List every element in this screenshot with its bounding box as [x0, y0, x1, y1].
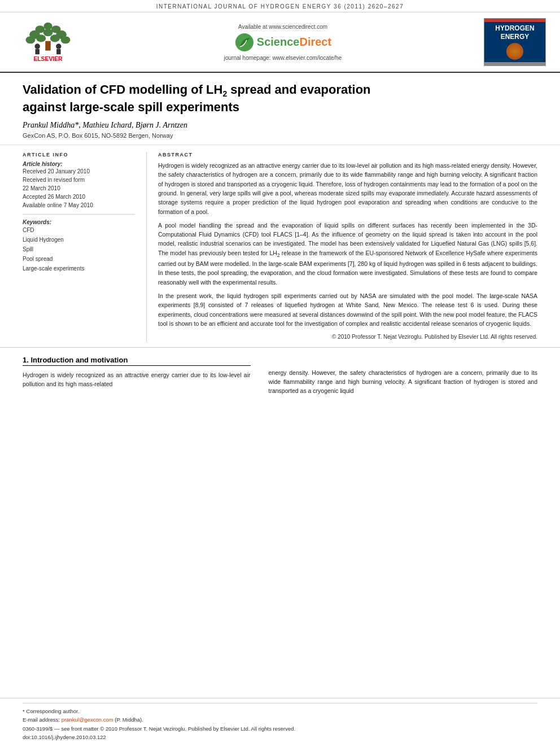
sciencedirect-area: Available at www.sciencedirect.com Scien… [90, 18, 475, 66]
svg-point-14 [56, 43, 61, 49]
corresponding-label: * Corresponding author. [23, 708, 79, 714]
article-online-value: Available online 7 May 2010 [23, 201, 135, 209]
article-left-column: Article Info Article history: Received 2… [23, 152, 147, 341]
elsevier-logo-area: ELSEVIER [11, 18, 85, 66]
journal-cover-image: INTERNATIONAL JOURNAL OF HYDROGEN ENERGY… [484, 18, 546, 66]
article-title-text-2: spread and evaporation [227, 82, 370, 97]
article-revised-label: Received in revised form [23, 176, 135, 184]
copyright-line: © 2010 Professor T. Nejat Veziroglu. Pub… [158, 333, 537, 342]
abstract-text: Hydrogen is widely recognized as an attr… [158, 161, 537, 341]
svg-rect-11 [45, 41, 50, 50]
article-affiliation: GexCon AS, P.O. Box 6015, NO-5892 Bergen… [23, 132, 537, 139]
article-authors: Prankul Middha*, Mathieu Ichard, Bjørn J… [23, 121, 537, 130]
article-title: Validation of CFD modelling of LH2 sprea… [23, 82, 537, 115]
sd-leaf-icon [234, 32, 255, 53]
email-note: E-mail address: prankul@gexcon.com (P. M… [23, 715, 537, 724]
section-1-left-text: Hydrogen is widely recognized as an attr… [23, 370, 251, 389]
article-received-value: Received 20 January 2010 [23, 167, 135, 176]
header-area: ELSEVIER Available at www.sciencedirect.… [0, 12, 560, 73]
article-revised-date: 22 March 2010 [23, 184, 135, 193]
article-info-section-label: Article Info [23, 152, 135, 158]
article-title-text-3: against large-scale spill experiments [23, 100, 239, 114]
journal-name-text: International Journal of Hydrogen Energy… [156, 3, 404, 10]
sciencedirect-logo: ScienceDirect [234, 32, 331, 53]
email-suffix: (P. Middha). [115, 717, 143, 723]
article-title-section: Validation of CFD modelling of LH2 sprea… [0, 73, 560, 145]
section-1-heading: 1. Introduction and motivation [23, 356, 251, 366]
email-label-text: E-mail address: [23, 717, 60, 723]
article-info-abstract: Article Info Article history: Received 2… [0, 145, 560, 347]
journal-cover-area: INTERNATIONAL JOURNAL OF HYDROGEN ENERGY… [481, 18, 549, 66]
keyword-spill: Spill [23, 244, 135, 254]
svg-text:ELSEVIER: ELSEVIER [33, 56, 63, 62]
journal-homepage-text: journal homepage: www.elsevier.com/locat… [224, 55, 342, 61]
keywords-group: Keywords: CFD Liquid Hydrogen Spill Pool… [23, 219, 135, 273]
article-accepted-value: Accepted 26 March 2010 [23, 193, 135, 201]
footer-area: * Corresponding author. E-mail address: … [0, 698, 560, 747]
issn-line: 0360-3199/$ — see front matter © 2010 Pr… [23, 724, 537, 733]
section-1-number: 1. [23, 356, 29, 364]
section-1-title: Introduction and motivation [30, 356, 128, 364]
svg-point-10 [61, 36, 71, 43]
doi-line: doi:10.1016/j.ijhydene.2010.03.122 [23, 733, 537, 741]
sciencedirect-url-text: Available at www.sciencedirect.com [238, 24, 327, 30]
svg-point-9 [50, 34, 60, 42]
email-address[interactable]: prankul@gexcon.com [62, 717, 113, 723]
keyword-cfd: CFD [23, 225, 135, 235]
abstract-paragraph-3: In the present work, the liquid hydrogen… [158, 291, 537, 328]
section-1-right-text-content: energy density. However, the safety char… [269, 369, 537, 395]
svg-point-5 [43, 29, 53, 36]
main-content-left: 1. Introduction and motivation Hydrogen … [23, 356, 260, 693]
section-1-left-text-content: Hydrogen is widely recognized as an attr… [23, 372, 251, 387]
svg-point-12 [34, 43, 40, 49]
abstract-paragraph-1: Hydrogen is widely recognized as an attr… [158, 161, 537, 216]
svg-rect-13 [35, 49, 40, 54]
svg-point-7 [25, 36, 35, 43]
keyword-pool-spread: Pool spread [23, 254, 135, 264]
keyword-liquid-hydrogen: Liquid Hydrogen [23, 235, 135, 244]
abstract-section-label: Abstract [158, 152, 537, 158]
article-history-label: Article history: [23, 161, 135, 167]
elsevier-logo-icon: ELSEVIER [17, 20, 79, 65]
sd-direct-text: Direct [299, 36, 331, 49]
main-content-right: energy density. However, the safety char… [260, 356, 537, 693]
article-title-text-1: Validation of CFD modelling of LH [23, 82, 222, 97]
sd-science-text: Science [257, 36, 300, 49]
main-content-area: 1. Introduction and motivation Hydrogen … [0, 348, 560, 693]
svg-point-8 [36, 34, 46, 42]
article-right-column: Abstract Hydrogen is widely recognized a… [147, 152, 537, 341]
keywords-label: Keywords: [23, 219, 135, 225]
svg-rect-15 [56, 49, 61, 54]
divider [23, 214, 135, 215]
keyword-large-scale: Large-scale experiments [23, 264, 135, 273]
section-1-right-text: energy density. However, the safety char… [269, 356, 537, 396]
svg-point-1 [43, 22, 52, 29]
article-history-group: Article history: Received 20 January 201… [23, 161, 135, 209]
journal-bar: International Journal of Hydrogen Energy… [0, 0, 560, 12]
corresponding-author-note: * Corresponding author. [23, 707, 537, 715]
abstract-paragraph-2: A pool model handling the spread and the… [158, 221, 537, 287]
